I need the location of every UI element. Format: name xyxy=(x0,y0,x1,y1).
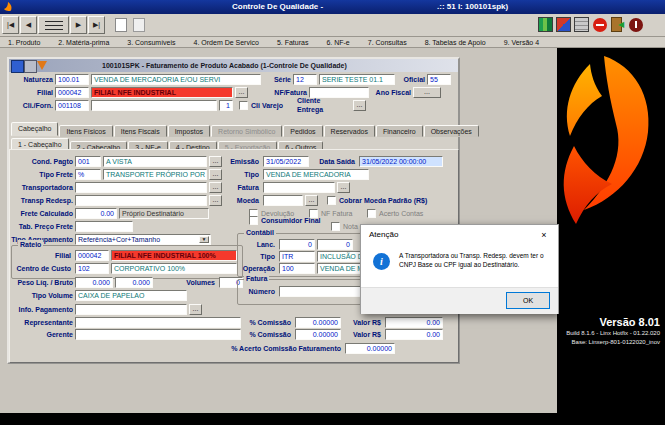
serie-code-field[interactable]: 12 xyxy=(293,74,317,85)
tools-icon-button[interactable] xyxy=(556,17,571,32)
centro-custo-code-field[interactable]: 102 xyxy=(75,263,109,274)
menu-ordem-de-servico[interactable]: 4. Ordem De Servico xyxy=(188,39,265,46)
frete-tipo-field: Próprio Destinatário xyxy=(119,208,209,219)
ano-fiscal-browse-button[interactable]: ... xyxy=(413,87,441,98)
acerto-comissao-label: % Acerto Comissão Faturamento xyxy=(149,344,341,354)
acerto-comissao-field[interactable]: 0.00000 xyxy=(345,343,395,354)
calculator-icon-button[interactable] xyxy=(574,17,589,32)
power-icon xyxy=(629,18,643,32)
valor1-label: Valor R$ xyxy=(343,318,381,328)
tab-preco-frete-field[interactable] xyxy=(75,221,133,232)
print-icon[interactable] xyxy=(24,60,37,73)
oficial-field[interactable]: 55 xyxy=(427,74,451,85)
comissao2-field[interactable]: 0.00000 xyxy=(295,329,341,340)
fatura-browse-button[interactable]: ... xyxy=(337,182,350,193)
moeda-field[interactable] xyxy=(263,195,303,206)
info-pagamento-browse-button[interactable]: ... xyxy=(189,304,202,315)
exit-icon-button[interactable]: ◀ xyxy=(610,17,625,32)
peso-liq-field[interactable]: 0.000 xyxy=(75,277,113,288)
filial-browse-button[interactable]: ... xyxy=(235,87,248,98)
last-record-button[interactable]: ▶| xyxy=(88,16,105,34)
cobrar-moeda-checkbox[interactable] xyxy=(327,196,336,205)
menu-consumiveis[interactable]: 3. Consumíveis xyxy=(121,39,181,46)
record-menu-button[interactable] xyxy=(38,16,69,34)
document-icon-button[interactable] xyxy=(131,17,147,33)
cond-pagto-code-field[interactable]: 001 xyxy=(75,156,101,167)
stop-icon-button[interactable] xyxy=(592,17,607,32)
dialog-close-icon[interactable]: × xyxy=(530,225,558,245)
frete-calculado-field[interactable]: 0.00 xyxy=(75,208,117,219)
lanc-field-1[interactable]: 0 xyxy=(279,239,315,250)
tipo-label: Tipo xyxy=(221,170,259,180)
tab-reservados[interactable]: Reservados xyxy=(324,125,375,137)
lanc-field-2[interactable]: 0 xyxy=(317,239,353,250)
cond-pagto-desc-field[interactable]: A VISTA xyxy=(103,156,207,167)
cliente-entrega-browse-button[interactable]: ... xyxy=(353,100,366,111)
info-pagamento-field[interactable] xyxy=(75,304,187,315)
menu-nfe[interactable]: 6. NF-e xyxy=(320,39,355,46)
tipo-frete-desc-field[interactable]: TRANSPORTE PRÓPRIO POR CONTA D xyxy=(103,169,207,180)
nota-complementar-checkbox[interactable] xyxy=(331,222,340,231)
data-saida-field[interactable]: 31/05/2022 00:00:00 xyxy=(359,156,443,167)
tipo-field[interactable]: VENDA DE MERCADORIA xyxy=(263,169,369,180)
calculator-icon xyxy=(574,17,589,32)
chart-icon-button[interactable] xyxy=(538,17,553,32)
rateio-filial-desc-field[interactable]: FILIAL NFE INDUSTRIAL 100% xyxy=(111,250,237,261)
emissao-field[interactable]: 31/05/2022 xyxy=(263,156,309,167)
filial-desc-field[interactable]: FILIAL NFE INDUSTRIAL xyxy=(91,87,233,98)
natureza-desc-field[interactable]: VENDA DE MERCADORIA E/OU SERVI xyxy=(91,74,261,85)
menu-versao4[interactable]: 9. Versão 4 xyxy=(498,39,545,46)
exit-arrow-icon: ◀ xyxy=(618,20,624,29)
comissao1-field[interactable]: 0.00000 xyxy=(295,317,341,328)
tipo-volume-label: Tipo Volume xyxy=(11,291,73,301)
next-record-button[interactable]: ▶ xyxy=(70,16,87,34)
contabil-tipo-code-field[interactable]: ITR xyxy=(279,251,315,262)
power-icon-button[interactable] xyxy=(628,17,643,32)
save-icon[interactable] xyxy=(11,60,24,73)
moeda-browse-button[interactable]: ... xyxy=(305,195,318,206)
menu-faturas[interactable]: 5. Faturas xyxy=(271,39,315,46)
transportadora-field[interactable] xyxy=(75,182,207,193)
cli-forn-name-field[interactable] xyxy=(91,100,217,111)
ok-button[interactable]: OK xyxy=(506,292,550,309)
menu-materia-prima[interactable]: 2. Matéria-prima xyxy=(52,39,115,46)
menu-bars-icon xyxy=(45,21,63,30)
tab-financeiro[interactable]: Financeiro xyxy=(376,125,423,137)
tab-observacoes[interactable]: Observações xyxy=(424,125,479,137)
tipo-volume-field[interactable]: CAIXA DE PAPELAO xyxy=(75,290,187,301)
consumidor-final-checkbox[interactable] xyxy=(249,216,258,225)
report-icon-button[interactable] xyxy=(113,17,129,33)
centro-custo-desc-field[interactable]: CORPORATIVO 100% xyxy=(111,263,237,274)
serie-desc-field[interactable]: SERIE TESTE 01.1 xyxy=(319,74,395,85)
menu-consultas[interactable]: 7. Consultas xyxy=(362,39,413,46)
menu-produto[interactable]: 1. Produto xyxy=(2,39,46,46)
menu-tabelas-de-apoio[interactable]: 8. Tabelas de Apoio xyxy=(419,39,492,46)
cli-varejo-checkbox[interactable] xyxy=(239,101,248,110)
tipo-agrupamento-combo[interactable]: Referência+Cor+Tamanho ▼ xyxy=(75,234,211,245)
cli-qty-field[interactable]: 1 xyxy=(219,100,233,111)
representante-field[interactable] xyxy=(75,317,241,328)
peso-bruto-field[interactable]: 0.000 xyxy=(115,277,153,288)
tab-cabecalho[interactable]: Cabeçalho xyxy=(11,122,58,136)
operacao-code-field[interactable]: 100 xyxy=(279,263,315,274)
app-session-label: .:: 51 I: 100101spk) xyxy=(437,0,508,14)
tipo-frete-code-field[interactable]: % xyxy=(75,169,101,180)
chevron-down-icon[interactable]: ▼ xyxy=(199,236,209,243)
menubar: 1. Produto 2. Matéria-prima 3. Consumíve… xyxy=(0,37,665,48)
app-title: Controle De Qualidade - xyxy=(232,0,323,14)
acerto-contas-checkbox[interactable] xyxy=(367,209,376,218)
filial-label: Filial xyxy=(11,88,53,98)
cli-forn-code-field[interactable]: 001108 xyxy=(55,100,89,111)
gerente-field[interactable] xyxy=(75,329,241,340)
rateio-filial-code-field[interactable]: 000042 xyxy=(75,250,109,261)
rateio-group-title: Rateio xyxy=(18,240,43,250)
transp-redesp-field[interactable] xyxy=(75,195,207,206)
filter-icon[interactable] xyxy=(37,61,47,70)
previous-record-button[interactable]: ◀ xyxy=(20,16,37,34)
natureza-code-field[interactable]: 100.01 xyxy=(55,74,89,85)
first-record-button[interactable]: |◀ xyxy=(2,16,19,34)
filial-code-field[interactable]: 000042 xyxy=(55,87,89,98)
cli-forn-label: Cli./Forn. xyxy=(11,101,53,111)
fatura-field[interactable] xyxy=(263,182,335,193)
contabil-tipo-label: Tipo xyxy=(241,252,275,262)
